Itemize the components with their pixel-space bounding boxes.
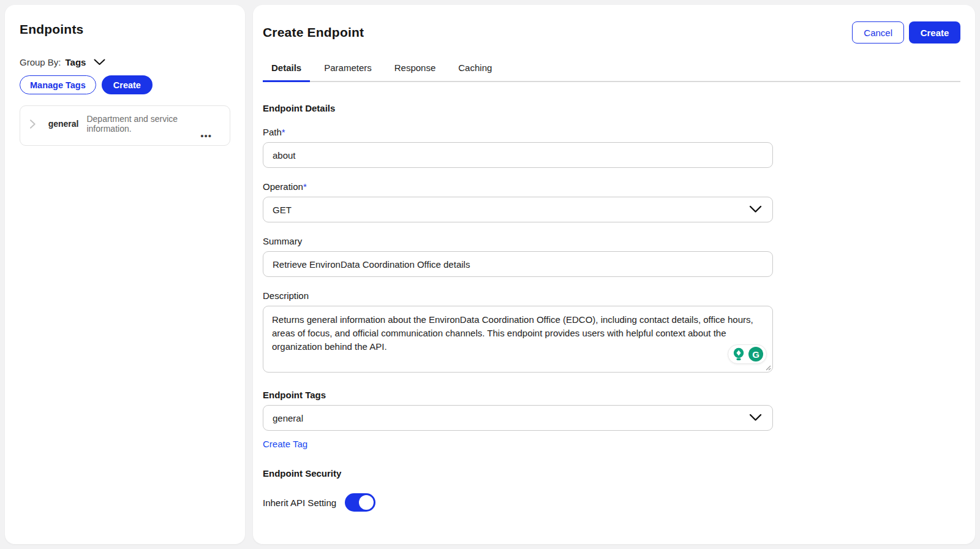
sidebar-title: Endpoints <box>20 22 230 37</box>
tab-response[interactable]: Response <box>386 62 445 82</box>
description-wrap: Returns general information about the En… <box>263 306 773 373</box>
path-label-text: Path <box>263 127 282 137</box>
group-by-value: Tags <box>66 57 86 67</box>
path-label: Path* <box>263 127 773 137</box>
tab-parameters[interactable]: Parameters <box>315 62 380 82</box>
operation-label: Operation* <box>263 181 773 192</box>
inherit-api-setting-row: Inherit API Setting <box>263 493 773 512</box>
inherit-api-setting-label: Inherit API Setting <box>263 498 336 508</box>
description-label: Description <box>263 290 773 301</box>
required-asterisk: * <box>303 181 307 192</box>
create-endpoint-panel: Create Endpoint Cancel Create Details Pa… <box>253 5 975 544</box>
chevron-down-icon <box>749 205 762 213</box>
main-header: Create Endpoint Cancel Create <box>263 21 960 44</box>
tab-caching[interactable]: Caching <box>450 62 500 82</box>
operation-label-text: Operation <box>263 181 303 192</box>
group-by-label: Group By: <box>20 57 61 67</box>
operation-value: GET <box>273 205 292 215</box>
endpoint-details-heading: Endpoint Details <box>263 103 773 113</box>
description-textarea[interactable]: Returns general information about the En… <box>263 306 773 373</box>
endpoint-security-heading: Endpoint Security <box>263 468 773 479</box>
ellipsis-menu-icon[interactable]: ••• <box>200 131 212 141</box>
tab-bar: Details Parameters Response Caching <box>263 62 960 82</box>
page-title: Create Endpoint <box>263 21 364 40</box>
tab-details[interactable]: Details <box>263 62 310 82</box>
chevron-down-icon <box>749 414 762 422</box>
endpoint-tags-value: general <box>273 413 303 423</box>
tag-group-name: general <box>48 119 79 129</box>
endpoint-tags-select[interactable]: general <box>263 405 773 431</box>
summary-input[interactable] <box>263 251 773 277</box>
sidebar-actions: Manage Tags Create <box>20 75 230 94</box>
grammarly-suggestion-bulb-icon[interactable] <box>731 347 746 362</box>
operation-select[interactable]: GET <box>263 197 773 222</box>
tag-card-footer: ••• <box>29 134 221 142</box>
path-input[interactable] <box>263 142 773 168</box>
endpoint-tags-label: Endpoint Tags <box>263 390 773 400</box>
chevron-right-icon[interactable] <box>29 119 36 129</box>
grammarly-widget[interactable]: G <box>728 344 767 364</box>
tag-group-card[interactable]: general Department and service informati… <box>20 105 230 146</box>
tag-group-row: general Department and service informati… <box>29 114 221 134</box>
create-tag-link[interactable]: Create Tag <box>263 439 307 449</box>
create-button[interactable]: Create <box>909 21 960 44</box>
required-asterisk: * <box>282 127 285 137</box>
inherit-api-setting-toggle[interactable] <box>345 493 375 512</box>
manage-tags-button[interactable]: Manage Tags <box>20 75 96 94</box>
toggle-knob <box>359 495 374 510</box>
header-actions: Cancel Create <box>852 21 960 44</box>
endpoints-sidebar: Endpoints Group By: Tags Manage Tags Cre… <box>5 5 245 544</box>
chevron-down-icon <box>94 59 105 66</box>
page-layout: Endpoints Group By: Tags Manage Tags Cre… <box>0 0 980 549</box>
summary-label: Summary <box>263 236 773 246</box>
group-by-dropdown[interactable]: Group By: Tags <box>20 57 230 67</box>
resize-handle[interactable] <box>765 365 771 371</box>
sidebar-create-button[interactable]: Create <box>102 75 153 94</box>
endpoint-form: Endpoint Details Path* Operation* GET Su… <box>263 103 773 512</box>
cancel-button[interactable]: Cancel <box>852 21 904 44</box>
grammarly-logo-icon[interactable]: G <box>748 347 763 362</box>
